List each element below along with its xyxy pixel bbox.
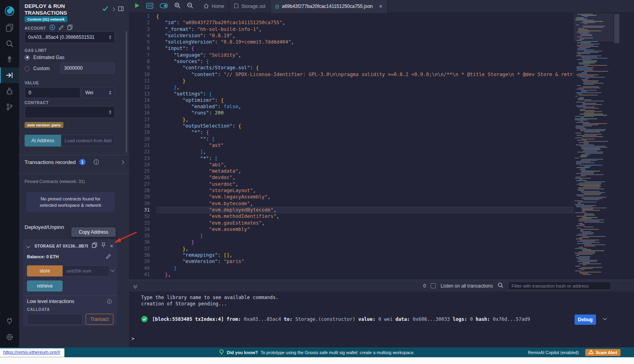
code-line[interactable]: "evmVersion": "paris": [156, 258, 574, 265]
line-number[interactable]: 34: [129, 226, 150, 233]
code-line[interactable]: "remappings": [],: [156, 252, 574, 258]
code-line[interactable]: "_format": "hh-sol-build-info-1",: [156, 26, 574, 32]
pin-contract-icon[interactable]: [101, 242, 106, 250]
line-number[interactable]: 29: [129, 194, 150, 200]
chevron-down-icon[interactable]: [27, 244, 31, 248]
line-number[interactable]: 39: [129, 258, 150, 265]
code-line[interactable]: "language": "Solidity",: [156, 52, 574, 58]
line-number[interactable]: 18: [129, 123, 150, 129]
line-number[interactable]: 38: [129, 252, 150, 258]
line-number[interactable]: 31: [129, 207, 150, 213]
line-number[interactable]: 33: [129, 220, 150, 226]
chevron-down-icon[interactable]: [111, 268, 115, 272]
code-line[interactable]: "input": {: [156, 45, 574, 51]
line-number[interactable]: 27: [129, 181, 150, 187]
transactions-recorded-row[interactable]: Transactions recorded 1: [25, 159, 124, 165]
close-tab-icon[interactable]: ×: [379, 4, 382, 8]
copy-address-icon[interactable]: [92, 242, 97, 250]
code-line[interactable]: "evm.assembly": [156, 226, 574, 233]
transaction-log[interactable]: [block:5583405 txIndex:4] from: 0xa03...…: [141, 316, 634, 324]
line-number[interactable]: 14: [129, 97, 150, 103]
line-number[interactable]: 19: [129, 129, 150, 135]
line-number[interactable]: 28: [129, 187, 150, 194]
tab-home[interactable]: Home: [199, 0, 229, 13]
toggle-icon[interactable]: [160, 3, 168, 10]
minimap[interactable]: [574, 13, 613, 280]
publish-icon[interactable]: [146, 3, 153, 10]
line-number[interactable]: 21: [129, 142, 150, 149]
line-number[interactable]: 17: [129, 116, 150, 123]
code-line[interactable]: ],: [156, 149, 574, 155]
code-line[interactable]: "metadata",: [156, 168, 574, 174]
plugin-manager-icon[interactable]: [0, 313, 19, 329]
git-icon[interactable]: [0, 99, 19, 115]
code-line[interactable]: {: [156, 13, 574, 19]
file-explorer-icon[interactable]: [0, 20, 19, 36]
code-line[interactable]: "evm.deployedBytecode",: [156, 207, 574, 213]
pin-panel-icon[interactable]: [118, 6, 124, 13]
code-line[interactable]: "storageLayout",: [156, 187, 574, 194]
code-line[interactable]: }: [156, 239, 574, 245]
line-number[interactable]: 37: [129, 246, 150, 252]
code-line[interactable]: "": [: [156, 136, 574, 142]
code-line[interactable]: ]: [156, 233, 574, 239]
line-number[interactable]: 7: [129, 52, 150, 58]
code-line[interactable]: }: [156, 78, 574, 84]
estimated-gas-radio[interactable]: [25, 55, 30, 60]
code-line[interactable]: "ast": [156, 142, 574, 149]
copilot-status[interactable]: RemixAI Copilot (enabled): [528, 350, 579, 355]
line-number[interactable]: 5: [129, 39, 150, 45]
scam-alert-badge[interactable]: Scam Alert: [585, 349, 621, 356]
panel-collapse-icon[interactable]: [111, 7, 115, 11]
calldata-input[interactable]: [27, 314, 82, 325]
code-line[interactable]: "runs": 200: [156, 110, 574, 116]
debug-button[interactable]: Debug: [575, 314, 596, 325]
line-number[interactable]: 25: [129, 168, 150, 174]
code-line[interactable]: "evm.gasEstimates",: [156, 220, 574, 226]
code-line[interactable]: }: [156, 265, 574, 271]
code-line[interactable]: },: [156, 116, 574, 123]
custom-gas-radio[interactable]: [25, 66, 30, 71]
code-line[interactable]: "outputSelection": {: [156, 123, 574, 129]
code-line[interactable]: },: [156, 84, 574, 90]
chevron-right-icon[interactable]: [120, 160, 124, 164]
code-line[interactable]: "abi",: [156, 162, 574, 168]
run-script-icon[interactable]: [135, 3, 140, 10]
code-line[interactable]: },: [156, 246, 574, 252]
line-number[interactable]: 32: [129, 213, 150, 219]
store-function-button[interactable]: store: [27, 265, 63, 276]
line-number[interactable]: 4: [129, 32, 150, 39]
line-number[interactable]: 30: [129, 200, 150, 207]
edit-balance-icon[interactable]: [106, 253, 111, 261]
value-unit-select[interactable]: Wei: [82, 87, 115, 98]
line-number[interactable]: 26: [129, 174, 150, 181]
tab-build-info-json[interactable]: { } a69b43f277ba20fcac141151250ca755.jso…: [271, 0, 388, 13]
code-line[interactable]: "solcLongVersion": "0.8.19+commit.7dd6d4…: [156, 39, 574, 45]
code-line[interactable]: "contracts/Storage.sol": {: [156, 65, 574, 71]
code-line[interactable]: "devdoc",: [156, 174, 574, 181]
code-line[interactable]: "id": "a69b43f277ba20fcac141151250ca755"…: [156, 19, 574, 26]
code-line[interactable]: "optimizer": {: [156, 97, 574, 103]
add-account-icon[interactable]: [50, 25, 55, 32]
code-line[interactable]: "evm.legacyAssembly",: [156, 194, 574, 200]
line-number[interactable]: 16: [129, 110, 150, 116]
expand-terminal-icon[interactable]: [134, 284, 137, 288]
solidity-compiler-icon[interactable]: [0, 51, 19, 67]
at-address-input[interactable]: [61, 135, 115, 147]
terminal-output[interactable]: Type the library name to see available c…: [129, 292, 634, 347]
line-number[interactable]: 3: [129, 26, 150, 32]
copy-account-icon[interactable]: [67, 25, 73, 32]
code-line[interactable]: "enabled": false,: [156, 103, 574, 110]
sidepanel-scrollbar[interactable]: [126, 31, 127, 153]
search-icon[interactable]: [0, 36, 19, 51]
line-number[interactable]: 35: [129, 233, 150, 239]
code-line[interactable]: "content": "// SPDX-License-Identifier: …: [156, 71, 574, 78]
code-line[interactable]: "evm.bytecode",: [156, 200, 574, 207]
line-number[interactable]: 11: [129, 78, 150, 84]
line-number[interactable]: 20: [129, 136, 150, 142]
line-number[interactable]: 15: [129, 103, 150, 110]
listen-all-checkbox[interactable]: [431, 283, 436, 288]
contract-select[interactable]: [25, 106, 115, 118]
zoom-in-icon[interactable]: [174, 2, 181, 10]
line-number[interactable]: 8: [129, 58, 150, 65]
